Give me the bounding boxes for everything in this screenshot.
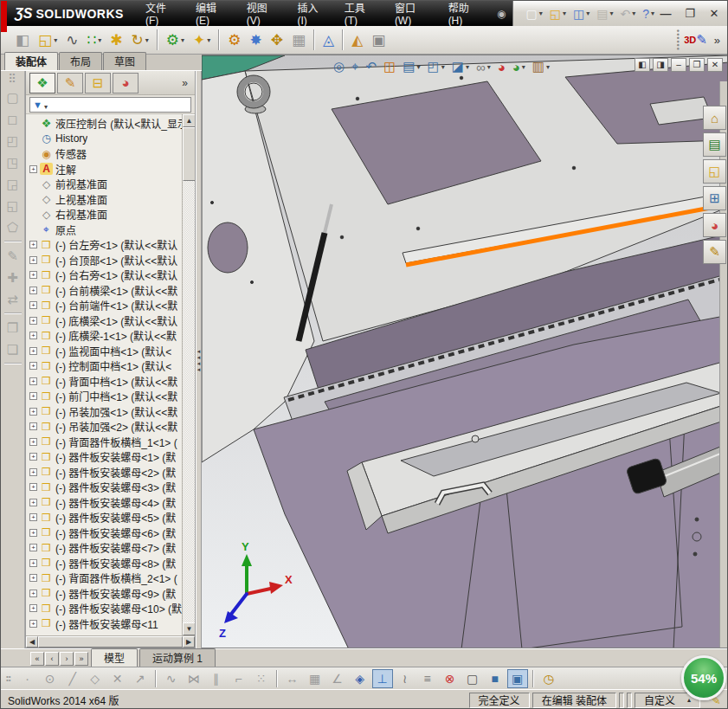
filter-caret-icon[interactable] bbox=[42, 97, 48, 113]
menu-view[interactable]: 视图(V) bbox=[237, 1, 288, 26]
expander-icon[interactable]: + bbox=[29, 332, 37, 339]
tree-item[interactable]: + ❒ (-) 器件板安装螺母<4> (默 bbox=[26, 495, 182, 511]
model-view[interactable]: Y X Z bbox=[202, 55, 728, 648]
tree-item[interactable]: + ❒ (-) 器件板安装螺母<1> (默 bbox=[26, 449, 182, 465]
measure-icon[interactable]: ◷ bbox=[538, 669, 559, 688]
minimize-button[interactable]: — bbox=[658, 7, 673, 20]
tab-assembly[interactable]: 装配体 bbox=[4, 52, 58, 70]
collision-detection-icon[interactable]: ⊗ bbox=[440, 669, 461, 688]
configurationmanager-tab-icon[interactable]: ⊟ bbox=[85, 73, 111, 93]
propertymanager-tab-icon[interactable]: ✎ bbox=[57, 73, 83, 93]
tree-item[interactable]: + ❒ (-) 器件板安装螺母<2> (默 bbox=[26, 465, 182, 480]
large-design-review-icon[interactable]: ✥ bbox=[267, 29, 287, 51]
sketch-mirror-icon[interactable]: ⋈ bbox=[184, 669, 204, 688]
component-pattern-icon[interactable]: ∷ bbox=[83, 29, 105, 51]
tree-item[interactable]: + ❒ (-) 台前横梁<1> (默认<<默 bbox=[26, 283, 182, 299]
toolbar-grip[interactable]: •••• bbox=[6, 675, 11, 682]
interference-detection-icon[interactable]: ◬ bbox=[319, 29, 338, 51]
toolbar-grip[interactable]: •••••• bbox=[675, 29, 680, 51]
expander-icon[interactable]: + bbox=[29, 165, 37, 173]
expander-icon[interactable]: + bbox=[29, 499, 37, 506]
expander-icon[interactable]: + bbox=[29, 559, 37, 567]
tree-item[interactable]: + ❒ (-) 器件板安装螺母<3> (默 bbox=[26, 480, 182, 495]
design-library-icon[interactable]: ◱ bbox=[703, 159, 726, 184]
toolbar-chevron-icon[interactable]: » bbox=[711, 34, 724, 47]
assembly-features-icon[interactable]: ⚙ bbox=[163, 29, 188, 51]
expander-icon[interactable]: + bbox=[29, 529, 37, 537]
dimension-icon[interactable]: ↔ bbox=[282, 669, 303, 688]
grid-icon[interactable]: ▦ bbox=[305, 669, 325, 688]
expander-icon[interactable]: + bbox=[29, 317, 37, 325]
tree-filter-input[interactable]: ▼ bbox=[29, 97, 191, 113]
open-part-icon[interactable]: ◱ bbox=[35, 29, 61, 51]
right-view-icon[interactable]: ◳ bbox=[3, 151, 23, 173]
expander-icon[interactable]: + bbox=[29, 438, 37, 446]
scroll-down-icon[interactable]: ▼ bbox=[183, 622, 195, 635]
doc-close-button[interactable]: ✕ bbox=[707, 58, 723, 72]
tab-sketch[interactable]: 草图 bbox=[103, 52, 146, 70]
expander-icon[interactable]: + bbox=[29, 590, 37, 597]
tree-item[interactable]: + ◉ 传感器 bbox=[26, 146, 182, 162]
tree-item[interactable]: + ❒ (-) 台左旁<1> (默认<<默认 bbox=[26, 237, 182, 253]
first-tab-button[interactable]: « bbox=[30, 652, 44, 666]
doc-restore-button[interactable]: ❐ bbox=[689, 58, 705, 72]
appearances-icon[interactable]: ◕ bbox=[703, 213, 726, 237]
toolbar-grip[interactable]: •••••• bbox=[10, 73, 16, 83]
graphics-area[interactable]: Y X Z ◎⌖↶◫▤◰◪∞◕◕▥ ◧◨–❐✕ ⌂▤◱⊞◕✎ bbox=[202, 55, 728, 648]
sketch-trim-icon[interactable]: ✕ bbox=[107, 669, 128, 688]
tree-item-root[interactable]: ❖ 液压控制台 (默认<默认_显示 bbox=[26, 116, 182, 132]
tree-item[interactable]: + ❒ (-) 监视面中档<1> (默认< bbox=[26, 344, 182, 359]
back-view-icon[interactable]: ◻ bbox=[3, 108, 23, 130]
wireframe-icon[interactable]: ▢ bbox=[462, 669, 483, 688]
close-button[interactable]: ✕ bbox=[706, 7, 722, 20]
attachments-icon[interactable]: ≀ bbox=[395, 669, 416, 688]
scrollbar-thumb[interactable] bbox=[183, 127, 195, 181]
new-document-icon[interactable]: ▢ bbox=[523, 4, 544, 23]
expander-icon[interactable]: + bbox=[29, 620, 37, 628]
tree-item[interactable]: + ❒ (-) 器件板安装螺母<11 bbox=[26, 616, 182, 632]
view-orientation-icon[interactable]: ◰ bbox=[425, 57, 448, 76]
expander-icon[interactable]: + bbox=[29, 271, 37, 279]
move-component-icon[interactable]: ↻ bbox=[127, 29, 151, 51]
appearance-photo-icon[interactable]: ▣ bbox=[368, 29, 389, 51]
expander-icon[interactable]: + bbox=[29, 604, 37, 612]
expander-icon[interactable]: + bbox=[29, 241, 37, 248]
scroll-up-icon[interactable]: ▲ bbox=[183, 114, 195, 127]
scrollbar-thumb[interactable] bbox=[38, 636, 183, 648]
annotation-visibility-icon[interactable]: ▤ bbox=[400, 57, 422, 76]
tree-item[interactable]: + ❒ (-) 底横梁-1<1> (默认<<默 bbox=[26, 328, 182, 344]
copy-appearance-icon[interactable]: ❐ bbox=[3, 317, 23, 338]
tree-item[interactable]: + ◇ 右视基准面 bbox=[26, 207, 182, 222]
expander-icon[interactable]: + bbox=[29, 347, 37, 355]
add-sketch-icon[interactable]: ✚ bbox=[3, 267, 23, 288]
left-view-icon[interactable]: ◰ bbox=[3, 130, 23, 151]
angle-icon[interactable]: ∠ bbox=[327, 669, 348, 688]
bottom-view-icon[interactable]: ◱ bbox=[3, 195, 23, 216]
tree-item[interactable]: + ❒ (-) 前门中档<1> (默认<<默 bbox=[26, 389, 182, 404]
expander-icon[interactable]: + bbox=[29, 377, 37, 385]
file-explorer-icon[interactable]: ⊞ bbox=[703, 186, 726, 210]
hide-show-items-icon[interactable]: ∞ bbox=[474, 57, 493, 76]
prev-tab-button[interactable]: ‹ bbox=[45, 652, 59, 666]
3d-sketch-icon[interactable]: 3D✎ bbox=[684, 32, 707, 48]
print-icon[interactable]: ▤ bbox=[594, 4, 615, 23]
isometric-view-icon[interactable]: ⬠ bbox=[3, 216, 23, 238]
tree-item[interactable]: + ❒ (-) 背面器件板横档_2<1> ( bbox=[26, 570, 182, 586]
tab-model[interactable]: 模型 bbox=[91, 648, 138, 667]
panel-chevron-icon[interactable]: » bbox=[182, 77, 195, 89]
shaded-with-edges-icon[interactable]: ▣ bbox=[507, 669, 528, 688]
expander-icon[interactable]: + bbox=[29, 392, 37, 400]
restore-button[interactable]: ❐ bbox=[682, 7, 698, 20]
menu-edit[interactable]: 编辑(E) bbox=[186, 1, 237, 26]
zoom-fit-icon[interactable]: ◎ bbox=[331, 57, 347, 76]
sketch-line-icon[interactable]: ╱ bbox=[62, 669, 83, 688]
menu-tools[interactable]: 工具(T) bbox=[335, 1, 385, 26]
reference-geometry-icon[interactable]: ✦ bbox=[190, 29, 214, 51]
expander-icon[interactable]: + bbox=[29, 513, 37, 521]
sketch-polygon-icon[interactable]: ◇ bbox=[85, 669, 106, 688]
expander-icon[interactable]: + bbox=[29, 301, 37, 309]
featuremanager-tab-icon[interactable]: ❖ bbox=[29, 73, 55, 93]
tree-item[interactable]: + ◇ 上视基准面 bbox=[26, 192, 182, 208]
section-view-icon[interactable]: ◫ bbox=[381, 57, 398, 76]
tab-motion-study[interactable]: 运动算例 1 bbox=[139, 648, 216, 667]
